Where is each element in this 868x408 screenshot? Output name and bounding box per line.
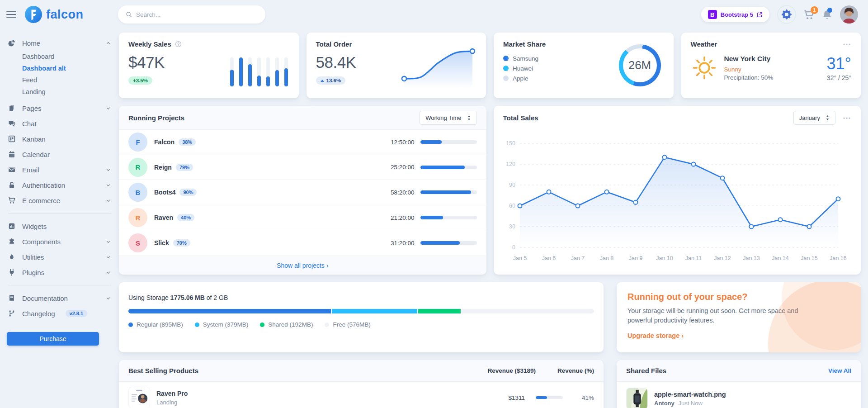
project-row: B Boots4 90% 58:20:00: [119, 180, 486, 205]
sidebar-item-chat[interactable]: Chat: [5, 116, 114, 131]
project-row: R Reign 79% 25:20:00: [119, 155, 486, 180]
project-percent-badge: 70%: [173, 239, 190, 247]
upgrade-storage-link[interactable]: Upgrade storage ›: [627, 332, 684, 339]
progress-bar: [420, 216, 477, 219]
svg-text:Jan 6: Jan 6: [542, 255, 556, 261]
question-circle-icon[interactable]: [175, 41, 182, 47]
file-name-link[interactable]: apple-smart-watch.png: [654, 391, 726, 398]
sidebar-item-ecommerce[interactable]: E commerce: [5, 193, 114, 208]
project-row: R Raven 40% 21:20:00: [119, 205, 486, 231]
sidebar-item-calendar[interactable]: Calendar: [5, 147, 114, 162]
total-order-badge: 13.6%: [316, 76, 346, 85]
brand-name: falcon: [46, 8, 84, 22]
best-selling-card: Best Selling Products Revenue ($3189) Re…: [119, 360, 604, 408]
sidebar-item-authentication[interactable]: Authentication: [5, 177, 114, 193]
project-name-link[interactable]: Reign: [154, 164, 172, 171]
sidebar-item-home[interactable]: Home: [5, 35, 114, 51]
cart-button[interactable]: 1: [804, 9, 814, 20]
product-percent: 41%: [574, 394, 594, 401]
settings-button[interactable]: [777, 5, 796, 24]
brand-logo[interactable]: falcon: [24, 5, 118, 24]
svg-text:Jan 13: Jan 13: [743, 255, 760, 261]
project-row: F Falcon 38% 12:50:00: [119, 130, 486, 155]
shared-files-card: Shared Files View All apple-smart-watch.…: [617, 360, 861, 408]
product-category-link[interactable]: Landing: [156, 399, 188, 406]
svg-text:150: 150: [506, 140, 515, 147]
project-percent-badge: 79%: [176, 164, 193, 171]
project-name-link[interactable]: Boots4: [154, 189, 175, 196]
product-name-link[interactable]: Raven Pro: [156, 390, 188, 397]
divider: [8, 213, 112, 213]
ellipsis-menu-icon[interactable]: ⋯: [843, 42, 851, 47]
purchase-button[interactable]: Purchase: [7, 332, 99, 346]
project-time: 31:20:00: [391, 240, 415, 247]
plug-icon: [8, 269, 16, 276]
project-time: 12:50:00: [391, 139, 415, 146]
sidebar-item-landing[interactable]: Landing: [5, 86, 114, 98]
column-header-percent: Revenue (%): [547, 367, 594, 374]
project-percent-badge: 40%: [177, 214, 194, 221]
divider: [8, 285, 112, 285]
sidebar-item-dashboard[interactable]: Dashboard: [5, 51, 114, 62]
top-navbar: falcon B Bootstrap 5 1: [0, 0, 868, 29]
project-avatar: R: [128, 208, 147, 227]
sidebar-item-email[interactable]: Email: [5, 162, 114, 177]
file-thumbnail: [626, 388, 648, 408]
envelope-icon: [8, 166, 16, 173]
progress-bar: [420, 241, 477, 245]
progress-bar: [420, 140, 477, 144]
project-percent-badge: 90%: [179, 189, 197, 196]
search-bar[interactable]: [118, 5, 265, 24]
sidebar-item-changelog[interactable]: Changelog v2.8.1: [5, 306, 114, 321]
running-projects-card: Running Projects Working Time F Falcon 3…: [119, 106, 486, 275]
legend-item: System (379MB): [195, 321, 249, 328]
sidebar-item-widgets[interactable]: Widgets: [5, 218, 114, 234]
market-share-total: 26M: [628, 58, 651, 72]
card-title: Weekly Sales: [128, 40, 171, 48]
view-all-link[interactable]: View All: [828, 367, 851, 374]
cart-count-badge: 1: [811, 6, 818, 14]
project-avatar: B: [128, 183, 147, 202]
card-title: Shared Files: [626, 367, 828, 375]
user-avatar[interactable]: [840, 5, 858, 24]
project-name-link[interactable]: Falcon: [154, 138, 175, 146]
weather-range: 32° / 25°: [827, 74, 851, 81]
sidebar-item-feed[interactable]: Feed: [5, 74, 114, 86]
shopping-cart-icon: [8, 197, 16, 204]
search-input[interactable]: [136, 11, 258, 18]
sidebar-item-components[interactable]: Components: [5, 234, 114, 249]
chevron-down-icon: [106, 255, 111, 260]
chevron-down-icon: [106, 270, 111, 275]
project-avatar: F: [128, 133, 147, 152]
card-title: Total Sales: [503, 114, 538, 122]
show-all-projects-link[interactable]: Show all projects ›: [277, 262, 328, 269]
caret-up-icon: [321, 80, 324, 82]
month-select[interactable]: January: [793, 111, 835, 125]
svg-text:Jan 14: Jan 14: [772, 255, 789, 261]
sidebar-item-kanban[interactable]: Kanban: [5, 131, 114, 147]
svg-text:Jan 12: Jan 12: [714, 255, 731, 261]
project-row: S Slick 70% 31:20:00: [119, 230, 486, 256]
legend-dot: [128, 323, 133, 327]
progress-bar: [536, 396, 563, 399]
sidebar-item-plugins[interactable]: Plugins: [5, 265, 114, 280]
svg-text:0: 0: [512, 244, 515, 251]
card-title: Running Projects: [128, 114, 184, 122]
sidebar-item-documentation[interactable]: Documentation: [5, 290, 114, 306]
sidebar-item-pages[interactable]: Pages: [5, 100, 114, 116]
sidebar-item-utilities[interactable]: Utilities: [5, 249, 114, 265]
project-name-link[interactable]: Raven: [154, 214, 173, 221]
sidebar-item-dashboard-alt[interactable]: Dashboard alt: [5, 62, 114, 74]
notifications-button[interactable]: [822, 9, 832, 20]
lock-icon: [8, 181, 16, 189]
hamburger-menu-icon[interactable]: [5, 10, 17, 19]
puzzle-icon: [8, 238, 16, 245]
bootstrap5-button[interactable]: B Bootstrap 5: [701, 7, 769, 22]
working-time-select[interactable]: Working Time: [420, 111, 476, 125]
project-name-link[interactable]: Slick: [154, 239, 169, 247]
legend-dot: [503, 66, 509, 71]
ellipsis-menu-icon[interactable]: ⋯: [843, 116, 851, 120]
weather-condition: Sunny: [724, 66, 774, 73]
sun-icon: [691, 54, 718, 81]
storage-usage-bar: [128, 309, 594, 313]
